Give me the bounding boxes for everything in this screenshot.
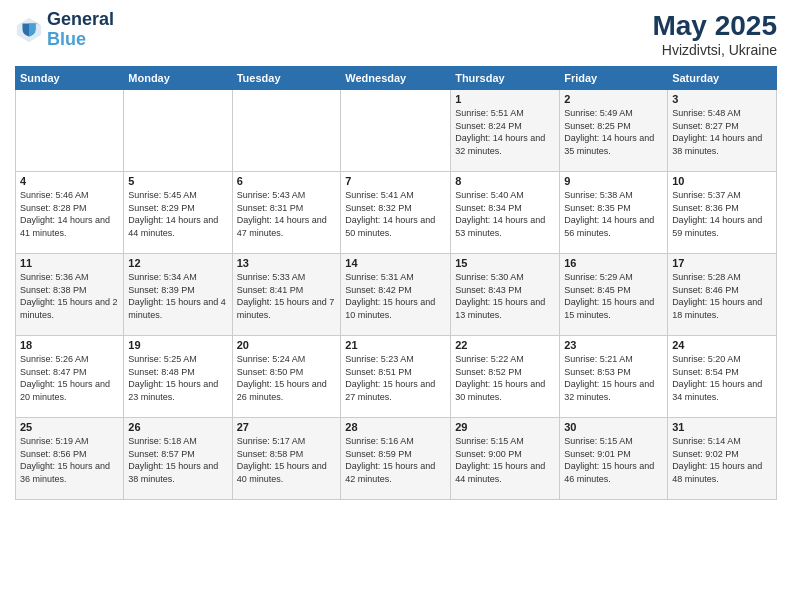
day-cell: 29Sunrise: 5:15 AMSunset: 9:00 PMDayligh… — [451, 418, 560, 500]
day-info: Sunrise: 5:29 AMSunset: 8:45 PMDaylight:… — [564, 271, 663, 321]
header: General Blue May 2025 Hvizdivtsi, Ukrain… — [15, 10, 777, 58]
logo-line1: General — [47, 10, 114, 30]
day-number: 6 — [237, 175, 337, 187]
day-info: Sunrise: 5:15 AMSunset: 9:00 PMDaylight:… — [455, 435, 555, 485]
day-number: 26 — [128, 421, 227, 433]
day-cell: 23Sunrise: 5:21 AMSunset: 8:53 PMDayligh… — [560, 336, 668, 418]
day-number: 19 — [128, 339, 227, 351]
day-info: Sunrise: 5:23 AMSunset: 8:51 PMDaylight:… — [345, 353, 446, 403]
week-row-1: 1Sunrise: 5:51 AMSunset: 8:24 PMDaylight… — [16, 90, 777, 172]
day-info: Sunrise: 5:22 AMSunset: 8:52 PMDaylight:… — [455, 353, 555, 403]
day-number: 15 — [455, 257, 555, 269]
day-cell: 22Sunrise: 5:22 AMSunset: 8:52 PMDayligh… — [451, 336, 560, 418]
day-cell: 27Sunrise: 5:17 AMSunset: 8:58 PMDayligh… — [232, 418, 341, 500]
day-cell: 18Sunrise: 5:26 AMSunset: 8:47 PMDayligh… — [16, 336, 124, 418]
day-cell — [232, 90, 341, 172]
day-cell: 4Sunrise: 5:46 AMSunset: 8:28 PMDaylight… — [16, 172, 124, 254]
day-info: Sunrise: 5:18 AMSunset: 8:57 PMDaylight:… — [128, 435, 227, 485]
day-cell: 17Sunrise: 5:28 AMSunset: 8:46 PMDayligh… — [668, 254, 777, 336]
subtitle: Hvizdivtsi, Ukraine — [652, 42, 777, 58]
day-number: 3 — [672, 93, 772, 105]
day-info: Sunrise: 5:46 AMSunset: 8:28 PMDaylight:… — [20, 189, 119, 239]
day-cell: 26Sunrise: 5:18 AMSunset: 8:57 PMDayligh… — [124, 418, 232, 500]
day-number: 5 — [128, 175, 227, 187]
day-number: 13 — [237, 257, 337, 269]
day-cell: 10Sunrise: 5:37 AMSunset: 8:36 PMDayligh… — [668, 172, 777, 254]
day-cell: 24Sunrise: 5:20 AMSunset: 8:54 PMDayligh… — [668, 336, 777, 418]
col-header-monday: Monday — [124, 67, 232, 90]
day-cell: 1Sunrise: 5:51 AMSunset: 8:24 PMDaylight… — [451, 90, 560, 172]
day-number: 9 — [564, 175, 663, 187]
day-number: 2 — [564, 93, 663, 105]
week-row-5: 25Sunrise: 5:19 AMSunset: 8:56 PMDayligh… — [16, 418, 777, 500]
day-info: Sunrise: 5:15 AMSunset: 9:01 PMDaylight:… — [564, 435, 663, 485]
day-cell: 19Sunrise: 5:25 AMSunset: 8:48 PMDayligh… — [124, 336, 232, 418]
day-number: 4 — [20, 175, 119, 187]
col-header-saturday: Saturday — [668, 67, 777, 90]
day-cell: 7Sunrise: 5:41 AMSunset: 8:32 PMDaylight… — [341, 172, 451, 254]
main-title: May 2025 — [652, 10, 777, 42]
col-header-wednesday: Wednesday — [341, 67, 451, 90]
col-header-friday: Friday — [560, 67, 668, 90]
day-number: 17 — [672, 257, 772, 269]
day-info: Sunrise: 5:49 AMSunset: 8:25 PMDaylight:… — [564, 107, 663, 157]
day-number: 10 — [672, 175, 772, 187]
day-cell: 8Sunrise: 5:40 AMSunset: 8:34 PMDaylight… — [451, 172, 560, 254]
day-cell — [124, 90, 232, 172]
day-number: 16 — [564, 257, 663, 269]
day-info: Sunrise: 5:14 AMSunset: 9:02 PMDaylight:… — [672, 435, 772, 485]
page: General Blue May 2025 Hvizdivtsi, Ukrain… — [0, 0, 792, 612]
day-info: Sunrise: 5:30 AMSunset: 8:43 PMDaylight:… — [455, 271, 555, 321]
day-info: Sunrise: 5:36 AMSunset: 8:38 PMDaylight:… — [20, 271, 119, 321]
day-info: Sunrise: 5:16 AMSunset: 8:59 PMDaylight:… — [345, 435, 446, 485]
day-number: 27 — [237, 421, 337, 433]
day-info: Sunrise: 5:38 AMSunset: 8:35 PMDaylight:… — [564, 189, 663, 239]
logo: General Blue — [15, 10, 114, 50]
day-info: Sunrise: 5:33 AMSunset: 8:41 PMDaylight:… — [237, 271, 337, 321]
day-number: 30 — [564, 421, 663, 433]
day-info: Sunrise: 5:17 AMSunset: 8:58 PMDaylight:… — [237, 435, 337, 485]
day-info: Sunrise: 5:26 AMSunset: 8:47 PMDaylight:… — [20, 353, 119, 403]
day-cell: 14Sunrise: 5:31 AMSunset: 8:42 PMDayligh… — [341, 254, 451, 336]
day-cell: 30Sunrise: 5:15 AMSunset: 9:01 PMDayligh… — [560, 418, 668, 500]
day-cell: 3Sunrise: 5:48 AMSunset: 8:27 PMDaylight… — [668, 90, 777, 172]
day-info: Sunrise: 5:20 AMSunset: 8:54 PMDaylight:… — [672, 353, 772, 403]
day-number: 21 — [345, 339, 446, 351]
day-number: 18 — [20, 339, 119, 351]
day-cell: 6Sunrise: 5:43 AMSunset: 8:31 PMDaylight… — [232, 172, 341, 254]
day-info: Sunrise: 5:43 AMSunset: 8:31 PMDaylight:… — [237, 189, 337, 239]
day-cell: 9Sunrise: 5:38 AMSunset: 8:35 PMDaylight… — [560, 172, 668, 254]
col-header-tuesday: Tuesday — [232, 67, 341, 90]
day-info: Sunrise: 5:24 AMSunset: 8:50 PMDaylight:… — [237, 353, 337, 403]
logo-icon — [15, 16, 43, 44]
day-info: Sunrise: 5:19 AMSunset: 8:56 PMDaylight:… — [20, 435, 119, 485]
day-info: Sunrise: 5:31 AMSunset: 8:42 PMDaylight:… — [345, 271, 446, 321]
day-info: Sunrise: 5:51 AMSunset: 8:24 PMDaylight:… — [455, 107, 555, 157]
logo-line2: Blue — [47, 30, 114, 50]
week-row-2: 4Sunrise: 5:46 AMSunset: 8:28 PMDaylight… — [16, 172, 777, 254]
day-number: 7 — [345, 175, 446, 187]
day-cell: 16Sunrise: 5:29 AMSunset: 8:45 PMDayligh… — [560, 254, 668, 336]
col-header-sunday: Sunday — [16, 67, 124, 90]
day-cell: 11Sunrise: 5:36 AMSunset: 8:38 PMDayligh… — [16, 254, 124, 336]
logo-text: General Blue — [47, 10, 114, 50]
day-cell: 31Sunrise: 5:14 AMSunset: 9:02 PMDayligh… — [668, 418, 777, 500]
calendar-table: SundayMondayTuesdayWednesdayThursdayFrid… — [15, 66, 777, 500]
day-number: 22 — [455, 339, 555, 351]
day-number: 29 — [455, 421, 555, 433]
day-number: 25 — [20, 421, 119, 433]
day-cell: 2Sunrise: 5:49 AMSunset: 8:25 PMDaylight… — [560, 90, 668, 172]
day-number: 8 — [455, 175, 555, 187]
week-row-3: 11Sunrise: 5:36 AMSunset: 8:38 PMDayligh… — [16, 254, 777, 336]
day-cell: 28Sunrise: 5:16 AMSunset: 8:59 PMDayligh… — [341, 418, 451, 500]
day-cell: 20Sunrise: 5:24 AMSunset: 8:50 PMDayligh… — [232, 336, 341, 418]
day-number: 23 — [564, 339, 663, 351]
day-cell — [16, 90, 124, 172]
col-header-thursday: Thursday — [451, 67, 560, 90]
day-cell: 5Sunrise: 5:45 AMSunset: 8:29 PMDaylight… — [124, 172, 232, 254]
week-row-4: 18Sunrise: 5:26 AMSunset: 8:47 PMDayligh… — [16, 336, 777, 418]
day-cell — [341, 90, 451, 172]
day-cell: 13Sunrise: 5:33 AMSunset: 8:41 PMDayligh… — [232, 254, 341, 336]
day-cell: 12Sunrise: 5:34 AMSunset: 8:39 PMDayligh… — [124, 254, 232, 336]
day-info: Sunrise: 5:28 AMSunset: 8:46 PMDaylight:… — [672, 271, 772, 321]
